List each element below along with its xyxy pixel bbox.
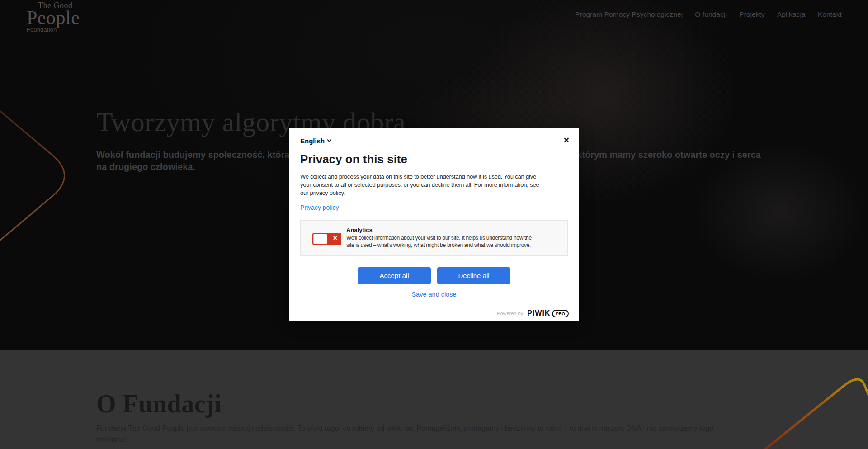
accept-all-button[interactable]: Accept all — [358, 267, 431, 284]
nav-item-kontakt[interactable]: Kontakt — [818, 10, 842, 19]
modal-footer: Powered by PIWIK PRO — [497, 309, 569, 317]
hero-subtitle-line1-left: Wokół fundacji budujemy społeczność, któ… — [96, 150, 289, 160]
about-heading: O Fundacji — [96, 389, 222, 418]
modal-buttons-row: Accept all Decline all — [289, 267, 579, 284]
piwik-pro-badge: PRO — [552, 310, 569, 317]
analytics-description-line: We'll collect information about your vis… — [346, 235, 566, 242]
chevron-down-icon — [327, 138, 332, 142]
save-and-close-link[interactable]: Save and close — [289, 291, 579, 298]
modal-body-line: your consent to all or selected purposes… — [300, 181, 539, 189]
nav-item-program-pomocy[interactable]: Program Pomocy Psychologicznej — [575, 10, 683, 19]
nav-item-o-fundacji[interactable]: O fundacji — [695, 10, 727, 19]
analytics-consent-box: ✕ Analytics We'll collect information ab… — [300, 220, 568, 256]
about-paragraph: Fundacja The Good People jest owocem nas… — [96, 423, 756, 445]
nav-item-aplikacja[interactable]: Aplikacja — [777, 10, 806, 19]
main-navigation: Program Pomocy Psychologicznej O fundacj… — [575, 0, 842, 29]
modal-body-line: We collect and process your data on this… — [300, 173, 539, 181]
toggle-knob — [313, 234, 327, 244]
logo-text-main: People — [27, 9, 80, 26]
language-selector-value: English — [300, 137, 325, 145]
decline-all-button[interactable]: Decline all — [437, 267, 510, 284]
analytics-toggle[interactable]: ✕ — [312, 233, 341, 245]
toggle-off-x-icon: ✕ — [333, 235, 338, 241]
hero-subtitle-line2: na drugiego człowieka. — [96, 162, 195, 172]
modal-title: Privacy on this site — [300, 152, 407, 166]
analytics-title: Analytics — [346, 226, 566, 234]
powered-by-label: Powered by — [497, 311, 523, 316]
language-selector[interactable]: English — [300, 137, 331, 145]
analytics-description: We'll collect information about your vis… — [346, 235, 566, 249]
nav-item-projekty[interactable]: Projekty — [739, 10, 765, 19]
close-icon[interactable]: ✕ — [563, 136, 570, 145]
about-section: O Fundacji Fundacja The Good People jest… — [0, 350, 868, 449]
privacy-policy-link[interactable]: Privacy policy — [300, 204, 339, 211]
modal-body-text: We collect and process your data on this… — [300, 173, 539, 197]
piwik-wordmark: PIWIK — [527, 309, 550, 317]
analytics-description-line: site is used – what's working, what migh… — [346, 242, 566, 249]
piwik-pro-logo[interactable]: PIWIK PRO — [527, 309, 569, 317]
analytics-text-block: Analytics We'll collect information abou… — [346, 226, 566, 249]
site-logo[interactable]: The Good People Foundation — [27, 1, 80, 33]
modal-body-line: our privacy policy. — [300, 189, 539, 197]
page: The Good People Foundation Program Pomoc… — [0, 0, 868, 449]
about-paragraph-line: Fundacja The Good People jest owocem nas… — [96, 423, 756, 434]
hero-subtitle-line1-right: którym mamy szeroko otwarte oczy i serca — [577, 150, 761, 160]
privacy-consent-modal: English ✕ Privacy on this site We collec… — [289, 128, 579, 321]
about-paragraph-line: zmieniać! — [96, 434, 756, 445]
